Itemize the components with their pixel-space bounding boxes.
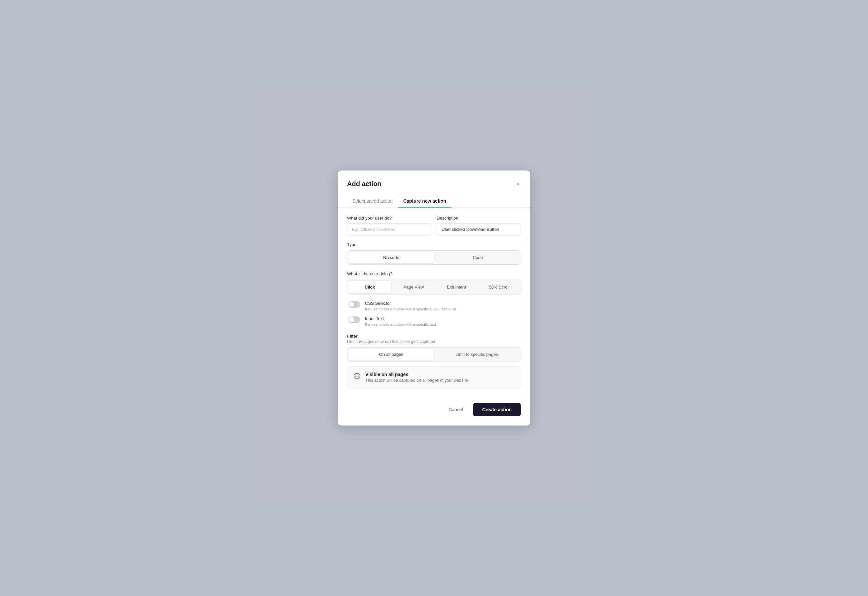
action-tabs: Click Page View Exit Intent 50% Scroll xyxy=(347,280,434,295)
form-row-what-desc: What did your user do? Description xyxy=(347,215,434,236)
modal: Add action × Select saved action Capture… xyxy=(338,171,434,298)
modal-header: Add action × xyxy=(338,171,434,188)
action-label: What is the user doing? xyxy=(347,271,434,276)
tab-select-saved[interactable]: Select saved action xyxy=(347,195,398,208)
type-nocode-button[interactable]: No code xyxy=(348,252,434,263)
modal-body: What did your user do? Description Type … xyxy=(338,208,434,298)
action-pageview[interactable]: Page View xyxy=(392,280,434,294)
tab-bar: Select saved action Capture new action xyxy=(338,195,434,208)
form-group-what: What did your user do? xyxy=(347,215,431,236)
backdrop: Add action × Select saved action Capture… xyxy=(0,0,434,298)
action-click[interactable]: Click xyxy=(348,281,391,293)
what-label: What did your user do? xyxy=(347,215,431,221)
what-input[interactable] xyxy=(347,223,431,236)
modal-title: Add action xyxy=(347,180,381,188)
type-toggle-group: No code Code xyxy=(347,251,434,265)
type-label: Type xyxy=(347,242,434,247)
tab-capture-new[interactable]: Capture new action xyxy=(398,195,434,208)
